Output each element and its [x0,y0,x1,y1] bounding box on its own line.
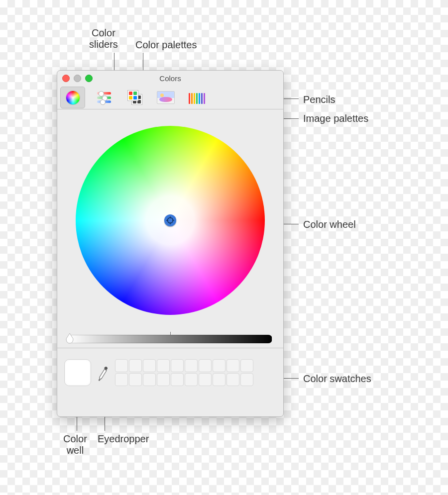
colors-window: Colors [57,70,284,417]
color-wheel-cursor[interactable] [164,214,176,226]
window-titlebar: Colors [57,71,283,86]
swatch-slot[interactable] [226,359,239,372]
brightness-track [68,335,272,343]
swatch-slot[interactable] [129,359,142,372]
svg-point-5 [99,379,101,381]
image-palettes-icon [157,91,175,104]
color-palettes-tab[interactable] [123,87,147,108]
annotation-pencils: Pencils [303,94,335,105]
color-well[interactable] [64,359,91,386]
pencils-icon [189,91,205,104]
palettes-icon [128,91,141,104]
pencils-tab[interactable] [185,87,209,108]
swatch-slot[interactable] [185,373,198,386]
swatch-slot[interactable] [143,359,156,372]
annotation-color-palettes: Color palettes [135,39,197,51]
eyedropper-button[interactable] [97,363,109,382]
svg-point-0 [168,217,173,223]
swatch-slot[interactable] [199,359,212,372]
swatch-slot[interactable] [199,373,212,386]
swatch-slot[interactable] [129,373,142,386]
sliders-icon [97,92,111,103]
swatch-slot[interactable] [143,373,156,386]
brightness-thumb[interactable] [65,332,74,344]
annotation-color-swatches: Color swatches [303,373,371,385]
swatch-slot[interactable] [157,373,170,386]
color-sliders-tab[interactable] [92,87,116,108]
swatch-slot[interactable] [213,359,225,372]
annotation-eyedropper: Eyedropper [98,433,149,445]
annotation-color-wheel: Color wheel [303,219,356,230]
swatch-slot[interactable] [171,359,184,372]
swatch-slot[interactable] [157,359,170,372]
swatch-slot[interactable] [185,359,198,372]
annotation-color-well: Colorwell [63,433,87,456]
swatch-slot[interactable] [240,359,253,372]
swatch-slot[interactable] [115,359,128,372]
color-picker-tabs [57,86,283,109]
color-swatches [115,359,253,386]
swatch-slot[interactable] [226,373,239,386]
image-palettes-tab[interactable] [154,87,178,108]
brightness-slider[interactable] [65,331,275,348]
swatch-slot[interactable] [115,373,128,386]
color-wheel-area [57,109,283,331]
swatch-slot[interactable] [171,373,184,386]
color-wheel-tab[interactable] [60,87,85,108]
swatch-slot[interactable] [240,373,253,386]
swatch-slot[interactable] [213,373,225,386]
color-wheel-icon [66,91,80,104]
bottom-bar [57,348,283,397]
window-title: Colors [57,74,283,83]
annotation-color-sliders: Colorsliders [89,27,118,50]
annotation-image-palettes: Image palettes [303,113,368,124]
